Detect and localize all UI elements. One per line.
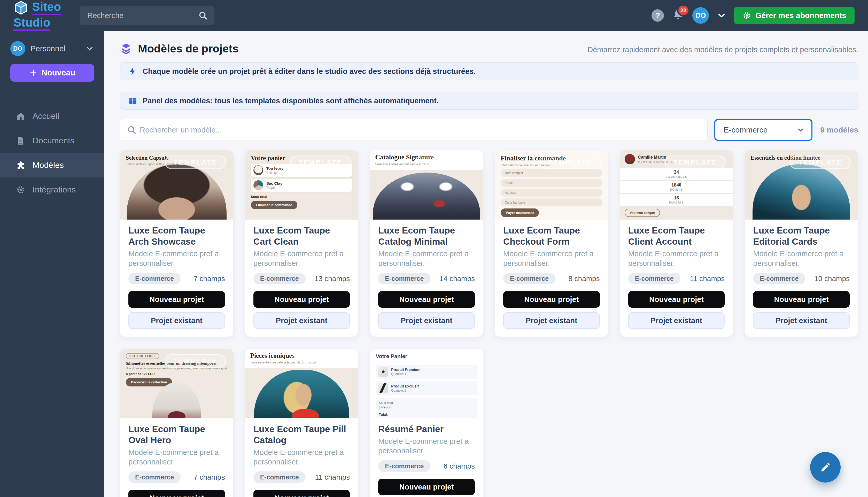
edit-fab-button[interactable] (810, 452, 841, 483)
template-search-input[interactable] (120, 119, 708, 141)
existing-project-button[interactable]: Projet existant (753, 312, 850, 329)
sidebar-item-integrations[interactable]: Intégrations (0, 178, 104, 202)
product-meta: Taille M (266, 171, 283, 175)
sidebar-item-accueil[interactable]: Accueil (0, 104, 104, 128)
category-badge: E-commerce (378, 460, 430, 472)
category-selected-value: E-commerce (724, 126, 768, 134)
bolt-icon (128, 67, 138, 76)
manage-subscriptions-button[interactable]: Gérer mes abonnements (734, 7, 855, 24)
existing-project-button[interactable]: Projet existant (128, 312, 225, 329)
template-card-arch-showcase: TEMPLATE Selection Capsule Formes archee… (120, 150, 233, 337)
gear-icon (742, 11, 751, 20)
template-thumbnail: TEMPLATE Catalogue Signature Selection e… (370, 150, 483, 219)
template-card-resume-panier: TEMPLATE Votre Panier Produit Premium Qu… (370, 349, 483, 497)
account-cta: Voir mon compte (625, 209, 660, 217)
sidebar-nav: Accueil Documents Modèles Intégrations (0, 104, 104, 202)
form-field: Email (501, 179, 602, 187)
home-icon (16, 112, 25, 121)
workspace-switcher[interactable]: DO Personnel (0, 40, 104, 57)
page-subtitle: Démarrez rapidement avec des modèles de … (587, 45, 858, 55)
fields-count: 8 champs (568, 274, 600, 283)
topbar: Siteo Studio ? 22 DO (0, 0, 868, 31)
help-icon[interactable]: ? (652, 9, 664, 22)
summary-total: Total: (379, 411, 474, 417)
card-title: Luxe Ecom Taupe Checkout Form (503, 225, 600, 247)
new-project-from-template-button[interactable]: Nouveau projet (503, 291, 600, 308)
pencil-icon (819, 460, 832, 474)
template-badge: TEMPLATE (290, 156, 351, 169)
existing-project-button[interactable]: Projet existant (253, 312, 350, 329)
form-field: Carte bancaire (501, 198, 602, 207)
cart-summary: Sous-total: Livraison: Total: (375, 398, 478, 418)
global-search-input[interactable] (80, 6, 214, 25)
summary-line: Livraison: (379, 406, 474, 409)
sidebar: DO Personnel Nouveau Accueil Documents (0, 31, 104, 497)
new-project-button[interactable]: Nouveau (10, 64, 94, 82)
sidebar-item-label: Accueil (32, 111, 59, 121)
sidebar-item-label: Intégrations (32, 185, 76, 195)
manage-subscriptions-label: Gérer mes abonnements (755, 11, 846, 20)
app-logo[interactable]: Siteo Studio (0, 0, 88, 31)
stat-label: FAVORIS (620, 201, 733, 204)
template-badge: TEMPLATE (165, 354, 226, 368)
sidebar-item-label: Modèles (32, 160, 64, 170)
new-project-from-template-button[interactable]: Nouveau projet (378, 291, 475, 308)
new-project-from-template-button[interactable]: Nouveau projet (628, 291, 725, 308)
sidebar-divider (0, 97, 104, 97)
stat-value: 16 (620, 195, 733, 201)
template-thumbnail: TEMPLATE Essentiels en edition limitee (745, 150, 858, 219)
card-title: Résumé Panier (378, 423, 475, 435)
category-badge: E-commerce (628, 273, 681, 284)
collection-cta: Decouvrir la collection (126, 378, 172, 386)
stat-label: COMMANDES (620, 175, 733, 178)
product-name: Produit Premium (391, 368, 420, 372)
template-thumbnail: TEMPLATE Votre panier Top Ivory Taille M (245, 150, 358, 219)
new-project-from-template-button[interactable]: Nouveau projet (378, 479, 475, 495)
category-badge: E-commerce (128, 273, 181, 284)
thumb-photo (254, 370, 350, 418)
workspace-avatar: DO (10, 41, 25, 56)
fields-count: 11 champs (315, 473, 350, 482)
checkout-cta: Finaliser la commande (251, 201, 297, 209)
template-card-client-account: TEMPLATE Camille Martin MEMBRE SIGNATURE… (620, 150, 734, 337)
category-badge: E-commerce (253, 471, 305, 483)
sidebar-item-modeles[interactable]: Modèles (0, 153, 104, 178)
new-project-from-template-button[interactable]: Nouveau projet (253, 291, 350, 308)
new-project-from-template-button[interactable]: Nouveau projet (753, 291, 850, 308)
template-card-editorial-cards: TEMPLATE Essentiels en edition limitee L… (744, 150, 858, 337)
product-image (253, 165, 263, 175)
card-title: Luxe Ecom Taupe Editorial Cards (753, 225, 850, 247)
stat-value: 1840 (620, 182, 733, 188)
card-description: Modele E-commerce pret a personnaliser. (128, 448, 225, 467)
thumb-photo (753, 164, 850, 219)
new-project-from-template-button[interactable]: Nouveau projet (253, 490, 350, 497)
template-badge: TEMPLATE (790, 156, 851, 169)
card-description: Modele E-commerce pret a personnaliser. (253, 249, 350, 268)
card-description: Modele E-commerce pret a personnaliser. (378, 249, 475, 268)
grid-icon (128, 96, 138, 105)
gear-icon (16, 185, 25, 195)
existing-project-button[interactable]: Projet existant (378, 312, 475, 329)
fields-count: 7 champs (194, 274, 225, 283)
existing-project-button[interactable]: Projet existant (503, 312, 600, 329)
card-title: Luxe Ecom Taupe Cart Clean (253, 225, 350, 247)
category-select[interactable]: E-commerce (714, 119, 812, 141)
sidebar-item-documents[interactable]: Documents (0, 128, 104, 153)
puzzle-icon (16, 161, 25, 170)
thumb-photo (152, 382, 201, 418)
new-project-from-template-button[interactable]: Nouveau projet (128, 490, 225, 497)
new-project-label: Nouveau (42, 68, 75, 77)
cart-item-row: Sac Clay Taupe (251, 179, 353, 192)
client-avatar (625, 154, 635, 164)
notifications-bell-icon[interactable]: 22 (672, 9, 685, 23)
card-description: Modele E-commerce pret a personnaliser. (378, 437, 475, 456)
price-label: A partir de 129 EUR (126, 372, 228, 376)
user-menu-chevron-icon[interactable] (716, 11, 726, 20)
fields-count: 14 champs (439, 274, 475, 283)
form-field: Nom complet (501, 169, 602, 177)
template-thumbnail: TEMPLATE Pieces iconiques Trois essentie… (245, 349, 358, 418)
existing-project-button[interactable]: Projet existant (628, 312, 725, 329)
new-project-from-template-button[interactable]: Nouveau projet (128, 291, 225, 308)
user-avatar[interactable]: DO (692, 7, 709, 24)
product-quantity: Quantité: 2 (391, 389, 419, 393)
